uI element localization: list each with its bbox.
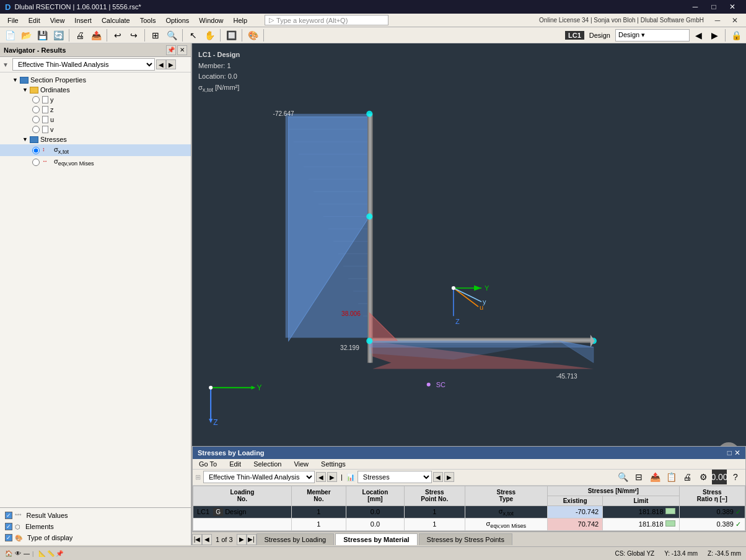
tab-next[interactable]: ▶ <box>237 534 247 545</box>
analysis-dropdown[interactable]: Effective Thin-Walled Analysis <box>12 58 155 71</box>
status-icon3[interactable]: — <box>24 550 30 557</box>
dd2-prev[interactable]: ◀ <box>433 472 443 482</box>
search-box[interactable]: ▷ Type a keyword (Alt+Q) <box>265 15 388 25</box>
tree-ord-u[interactable]: u <box>0 115 191 125</box>
radio-u[interactable] <box>32 116 40 123</box>
export-button[interactable]: 📤 <box>89 28 103 43</box>
elements-item[interactable]: ✓ ⬡ Elements <box>2 522 188 532</box>
tree-ordinates[interactable]: ▼ Ordinates <box>0 85 191 95</box>
dd1-prev[interactable]: ◀ <box>316 472 326 482</box>
results-close[interactable]: ✕ <box>734 448 740 457</box>
menu-help[interactable]: Help <box>228 15 252 25</box>
menu-view[interactable]: View <box>45 15 70 25</box>
tb-export[interactable]: 📤 <box>647 470 662 484</box>
lock-button[interactable]: 🔒 <box>729 28 744 43</box>
expand-section-props[interactable]: ▼ <box>12 77 20 83</box>
redo-button[interactable]: ↪ <box>126 28 141 43</box>
radio-stress-eqv[interactable] <box>32 159 40 166</box>
radio-z[interactable] <box>32 106 40 113</box>
result-values-checkbox[interactable]: ✓ <box>5 512 12 519</box>
tb-copy[interactable]: 📋 <box>664 470 678 484</box>
select-button[interactable]: ↖ <box>186 28 201 43</box>
tree-ord-v[interactable]: v <box>0 125 191 134</box>
status-icon6[interactable]: 📌 <box>56 550 63 557</box>
new-button[interactable]: 📄 <box>2 28 17 43</box>
nav-prev[interactable]: ◀ <box>156 59 166 69</box>
tab-first[interactable]: |◀ <box>192 534 202 545</box>
tab-by-material[interactable]: Stresses by Material <box>335 533 417 545</box>
table-row-2[interactable]: 1 0.0 1 σeqv,von Mises 70.742 181.818 0.… <box>193 518 745 530</box>
dd2-next[interactable]: ▶ <box>444 472 454 482</box>
tb-print[interactable]: 🖨 <box>680 470 695 484</box>
maximize-button[interactable]: □ <box>705 1 722 13</box>
tree-section-properties[interactable]: ▼ Section Properties <box>0 75 191 85</box>
tab-by-loading[interactable]: Stresses by Loading <box>257 533 335 545</box>
menu-tools[interactable]: Tools <box>135 15 161 25</box>
type-of-display-item[interactable]: ✓ 🎨 Type of display <box>2 533 188 543</box>
canvas-member: Member: 1 <box>198 61 240 72</box>
results-edit[interactable]: Edit <box>223 459 247 469</box>
tb-settings2[interactable]: ⚙ <box>696 470 711 484</box>
tree-stresses[interactable]: ▼ Stresses <box>0 134 191 144</box>
results-view[interactable]: View <box>287 459 315 469</box>
tree-stress-eqv[interactable]: ↔ σeqv,von Mises <box>0 156 191 168</box>
nav-close-button[interactable]: ✕ <box>177 45 187 55</box>
analysis-type-dropdown[interactable]: Effective Thin-Walled Analysis <box>203 471 315 483</box>
zoom-fit-button[interactable]: ⊞ <box>148 28 163 43</box>
lc-dropdown[interactable]: Design ▾ <box>615 29 690 42</box>
expand-ordinates[interactable]: ▼ <box>22 87 30 93</box>
panel-close[interactable]: ✕ <box>726 14 744 27</box>
table-row-lc1[interactable]: LC1 G Design 1 0.0 1 σx,tot -70.742 181.… <box>193 505 745 518</box>
stress-type-dropdown[interactable]: Stresses <box>358 471 432 483</box>
undo-button[interactable]: ↩ <box>110 28 125 43</box>
zoom-in-button[interactable]: 🔍 <box>164 28 179 43</box>
status-icon2[interactable]: 👁 <box>15 550 21 557</box>
tb-filter[interactable]: ⊟ <box>631 470 646 484</box>
radio-y[interactable] <box>32 96 40 103</box>
result-values-item[interactable]: ✓ *** Result Values <box>2 510 188 520</box>
expand-stresses[interactable]: ▼ <box>22 136 30 142</box>
status-icon1[interactable]: 🏠 <box>5 550 12 557</box>
save-button[interactable]: 💾 <box>35 28 50 43</box>
nav-next[interactable]: ▶ <box>166 59 176 69</box>
menu-options[interactable]: Options <box>160 15 194 25</box>
prev-lc[interactable]: ◀ <box>691 28 706 43</box>
menu-window[interactable]: Window <box>194 15 228 25</box>
menu-insert[interactable]: Insert <box>69 15 97 25</box>
results-selection[interactable]: Selection <box>247 459 287 469</box>
dd1-next[interactable]: ▶ <box>327 472 337 482</box>
results-settings[interactable]: Settings <box>315 459 352 469</box>
tb-zoom[interactable]: 🔍 <box>615 470 630 484</box>
radio-v[interactable] <box>32 126 40 133</box>
results-goto[interactable]: Go To <box>193 459 223 469</box>
elements-checkbox[interactable]: ✓ <box>5 523 12 530</box>
radio-stress-x-tot[interactable] <box>32 147 40 154</box>
tree-ord-y[interactable]: y <box>0 95 191 105</box>
tb-zero[interactable]: 0.00 <box>712 470 727 484</box>
next-lc[interactable]: ▶ <box>707 28 722 43</box>
view3d-button[interactable]: 🔲 <box>224 28 239 43</box>
nav-pin-button[interactable]: 📌 <box>166 45 176 55</box>
menu-file[interactable]: File <box>2 15 24 25</box>
minimize-button[interactable]: ─ <box>687 1 704 13</box>
menu-calculate[interactable]: Calculate <box>97 15 135 25</box>
tb-help[interactable]: ? <box>728 470 743 484</box>
panel-minimize[interactable]: ─ <box>709 14 726 27</box>
tree-ord-z[interactable]: z <box>0 105 191 115</box>
render-button[interactable]: 🎨 <box>245 28 260 43</box>
tab-by-stress-points[interactable]: Stresses by Stress Points <box>419 533 512 545</box>
tab-last[interactable]: ▶| <box>247 534 257 545</box>
navigator-title: Navigator - Results <box>4 46 66 54</box>
tree-stress-x-tot[interactable]: ↕ σx,tot <box>0 144 191 156</box>
status-icon5[interactable]: 📏 <box>47 550 55 557</box>
refresh-button[interactable]: 🔄 <box>51 28 66 43</box>
print-button[interactable]: 🖨 <box>72 28 87 43</box>
tab-prev[interactable]: ◀ <box>202 534 212 545</box>
pan-button[interactable]: ✋ <box>202 28 217 43</box>
status-icon4[interactable]: 📐 <box>38 550 46 557</box>
menu-edit[interactable]: Edit <box>24 15 45 25</box>
open-button[interactable]: 📂 <box>19 28 33 43</box>
results-maximize[interactable]: □ <box>727 448 732 457</box>
close-button[interactable]: ✕ <box>724 1 741 13</box>
type-of-display-checkbox[interactable]: ✓ <box>5 534 12 541</box>
